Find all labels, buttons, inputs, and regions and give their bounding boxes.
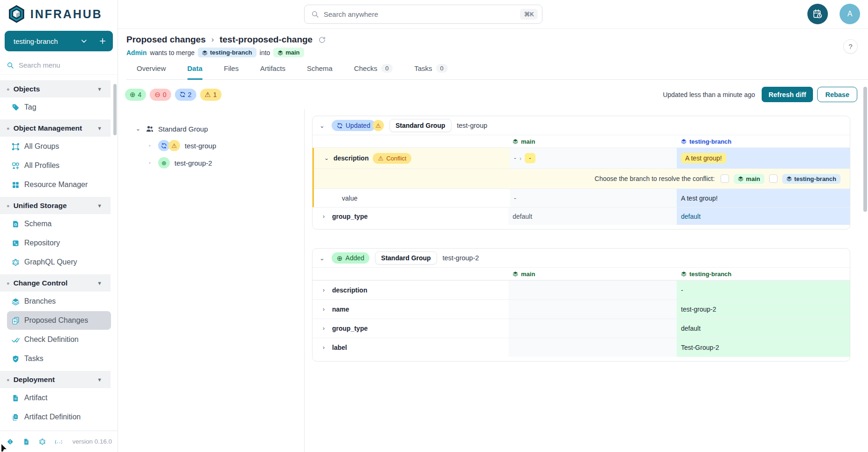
docs-icon[interactable] bbox=[23, 437, 30, 446]
resolve-branch-checkbox[interactable] bbox=[769, 174, 778, 183]
bullet-icon: ● bbox=[7, 377, 10, 382]
tab-data[interactable]: Data bbox=[187, 64, 203, 80]
sidebar-item-repository[interactable]: Repository bbox=[7, 234, 111, 252]
sidebar-item-resource-manager[interactable]: Resource Manager bbox=[7, 175, 111, 194]
source-branch-badge[interactable]: testing-branch bbox=[198, 48, 256, 57]
logo[interactable]: INFRAHUB bbox=[0, 0, 118, 28]
git-status-icon[interactable] bbox=[7, 437, 14, 446]
svg-text:{..}: {..} bbox=[55, 439, 62, 444]
branch-value-cell: test-group-2 bbox=[677, 300, 850, 319]
resolve-conflict-text: Choose the branch to resolve the conflic… bbox=[595, 175, 715, 182]
property-row-group-type: ›group_typedefault bbox=[312, 319, 850, 338]
sidebar-section-objects[interactable]: ●Objects▼ bbox=[0, 80, 111, 97]
diff-cards-column: ⌄ Updated ⚠ Standard Group test-group ma… bbox=[305, 109, 868, 452]
tab-files[interactable]: Files bbox=[224, 64, 239, 80]
add-branch-icon[interactable] bbox=[99, 37, 106, 45]
repository-icon bbox=[12, 239, 20, 247]
app-title: INFRAHUB bbox=[30, 7, 103, 21]
sidebar-item-artifact-definition[interactable]: Artifact Definition bbox=[7, 408, 111, 426]
resolve-main-checkbox[interactable] bbox=[721, 174, 729, 183]
chevron-down-icon[interactable]: ⌄ bbox=[324, 155, 329, 161]
conflict-pill: ⚠Conflict bbox=[373, 153, 411, 164]
infrahub-logo-icon bbox=[8, 5, 25, 23]
tab-checks[interactable]: Checks0 bbox=[354, 64, 393, 80]
tab-tasks[interactable]: Tasks0 bbox=[414, 64, 448, 80]
sidebar-scrollbar[interactable] bbox=[113, 84, 117, 135]
property-row-description: ⌄ description ⚠Conflict - › - A test gro… bbox=[314, 148, 850, 168]
collapse-chevron-icon[interactable]: ⌄ bbox=[319, 122, 326, 129]
resolve-branch-badge[interactable]: testing-branch bbox=[782, 174, 840, 184]
sidebar-item-artifact[interactable]: Artifact bbox=[7, 389, 111, 407]
tree-node-test-group-2[interactable]: ◦ ⊕ test-group-2 bbox=[149, 155, 304, 170]
sidebar: INFRAHUB testing-branch Search menu ●Obj… bbox=[0, 0, 118, 452]
sidebar-item-all-profiles[interactable]: All Profiles bbox=[7, 156, 111, 175]
rebase-button[interactable]: Rebase bbox=[817, 87, 857, 102]
branch-icon bbox=[513, 139, 518, 144]
sidebar-item-tasks[interactable]: Tasks bbox=[7, 349, 111, 368]
tasks-calendar-button[interactable] bbox=[807, 4, 828, 24]
object-name: test-group bbox=[457, 122, 487, 129]
tree-node-standard-group[interactable]: ⌄ Standard Group bbox=[136, 122, 304, 136]
branch-value-cell: Test-Group-2 bbox=[677, 338, 850, 357]
added-badge-icon: ⊕ bbox=[158, 157, 170, 168]
object-kind-badge: Standard Group bbox=[389, 119, 451, 132]
conflict-badge-icon: ⚠ bbox=[168, 140, 180, 151]
sidebar-item-schema[interactable]: Schema bbox=[7, 215, 111, 233]
schema-icon bbox=[12, 220, 20, 228]
property-row-description: ›description- bbox=[312, 280, 850, 299]
sidebar-search[interactable]: Search menu bbox=[0, 56, 118, 75]
graphql-sandbox-icon[interactable] bbox=[39, 437, 46, 446]
version-label: version 0.16.0 bbox=[72, 438, 112, 445]
chevron-right-icon[interactable]: › bbox=[323, 287, 328, 293]
tree-node-test-group[interactable]: ◦ ⚠ test-group bbox=[149, 138, 304, 153]
changed-value-chip: A test group! bbox=[681, 153, 726, 163]
sidebar-section-object-management[interactable]: ●Object Management▼ bbox=[0, 119, 111, 137]
sidebar-item-check-definition[interactable]: Check Definition bbox=[7, 330, 111, 349]
main-value-cell bbox=[508, 281, 677, 299]
avatar[interactable]: A bbox=[840, 4, 860, 24]
chevron-right-icon[interactable]: › bbox=[323, 306, 328, 313]
merge-into-text: into bbox=[260, 49, 271, 56]
tab-overview[interactable]: Overview bbox=[137, 64, 166, 80]
collapse-chevron-icon[interactable]: ⌄ bbox=[319, 255, 326, 262]
sidebar-section-deployment[interactable]: ●Deployment▼ bbox=[0, 371, 111, 388]
sidebar-item-proposed-changes[interactable]: Proposed Changes bbox=[7, 311, 111, 330]
sidebar-section-change-control[interactable]: ●Change Control▼ bbox=[0, 274, 111, 292]
main-value-cell: - › - bbox=[510, 148, 677, 168]
chevron-right-icon[interactable]: › bbox=[323, 344, 328, 351]
resolve-main-badge[interactable]: main bbox=[734, 174, 764, 184]
sidebar-item-all-groups[interactable]: All Groups bbox=[7, 137, 111, 156]
breadcrumb: Proposed changes › test-proposed-change bbox=[126, 35, 868, 45]
branch-selector[interactable]: testing-branch bbox=[5, 31, 113, 51]
chevron-right-icon[interactable]: › bbox=[323, 213, 328, 220]
refresh-diff-button[interactable]: Refresh diff bbox=[762, 87, 813, 102]
diff-card-header: ⌄ ⊕Added Standard Group test-group-2 bbox=[312, 249, 850, 268]
breadcrumb-parent[interactable]: Proposed changes bbox=[126, 35, 206, 45]
object-kind-badge: Standard Group bbox=[375, 251, 437, 264]
chevron-down-icon[interactable] bbox=[80, 37, 88, 45]
object-tree-panel: ⌄ Standard Group ◦ ⚠ test-group ◦ ⊕ test… bbox=[118, 109, 305, 452]
tab-schema[interactable]: Schema bbox=[307, 64, 333, 80]
page-scrollbar[interactable] bbox=[863, 87, 867, 212]
sidebar-item-graphql-query[interactable]: GraphQL Query bbox=[7, 253, 111, 271]
sync-icon bbox=[180, 91, 186, 97]
mouse-cursor bbox=[1, 444, 7, 452]
page-header: Proposed changes › test-proposed-change … bbox=[118, 29, 868, 80]
help-button[interactable]: ? bbox=[843, 39, 858, 54]
sidebar-item-tag[interactable]: Tag bbox=[7, 98, 111, 117]
global-search-input[interactable]: Search anywhere ⌘K bbox=[304, 5, 542, 24]
branch-value-cell: default bbox=[677, 208, 850, 225]
merge-author[interactable]: Admin bbox=[126, 49, 147, 56]
shield-check-icon bbox=[12, 355, 20, 363]
sidebar-section-unified-storage[interactable]: ●Unified Storage▼ bbox=[0, 197, 111, 214]
refresh-icon[interactable] bbox=[318, 36, 326, 44]
swagger-braces-icon[interactable]: {..} bbox=[55, 437, 62, 446]
sidebar-item-branches[interactable]: Branches bbox=[7, 292, 111, 311]
bullet-icon: ● bbox=[7, 125, 10, 131]
chevron-right-icon[interactable]: › bbox=[323, 325, 328, 332]
diff-card-test-group: ⌄ Updated ⚠ Standard Group test-group ma… bbox=[312, 116, 850, 229]
target-branch-badge[interactable]: main bbox=[273, 48, 304, 57]
tab-artifacts[interactable]: Artifacts bbox=[260, 64, 285, 80]
added-rows-container: ›description-›nametest-group-2›group_typ… bbox=[312, 280, 850, 357]
circle-plus-icon: ⊕ bbox=[130, 91, 136, 98]
